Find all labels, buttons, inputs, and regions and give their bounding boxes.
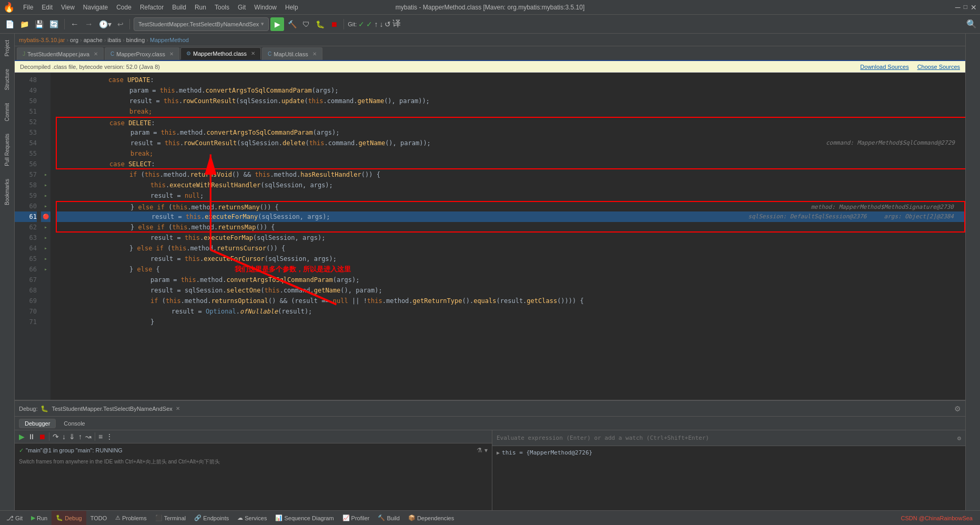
menu-run[interactable]: Run <box>190 3 210 12</box>
eval-input[interactable] <box>497 435 955 441</box>
breadcrumb-jar[interactable]: mybatis-3.5.10.jar <box>19 37 65 43</box>
breadcrumb-class[interactable]: MapperMethod <box>150 37 189 43</box>
run-config-selector[interactable]: TestStudentMapper.TestSelectByNameAndSex… <box>134 17 269 31</box>
menu-code[interactable]: Code <box>112 3 136 12</box>
tab-testmapper[interactable]: J TestStudentMapper.java ✕ <box>17 47 104 60</box>
sidebar-item-pull-requests[interactable]: Pull Requests <box>2 127 12 173</box>
menu-git[interactable]: Git <box>234 3 250 12</box>
code-line-62: } else if (this.method.returnsMap()) { <box>56 222 965 233</box>
status-terminal[interactable]: ⬛ Terminal <box>151 511 190 526</box>
filter-icon[interactable]: ⚗ <box>477 447 482 454</box>
maximize-btn[interactable]: □ <box>964 3 967 12</box>
menu-file[interactable]: File <box>19 3 37 12</box>
tab-mapperproxy-close[interactable]: ✕ <box>169 51 174 57</box>
step-over-btn[interactable]: ↷ <box>53 432 59 441</box>
vars-btn[interactable]: ⋮ <box>106 432 113 441</box>
status-sequence-diagram[interactable]: 📊 Sequence Diagram <box>271 511 338 526</box>
watch-item-this[interactable]: ▶ this = {MapperMethod@2726} <box>497 448 961 457</box>
run-btn[interactable]: ▶ <box>270 17 284 31</box>
git-rollback-btn[interactable]: ↺ <box>385 20 391 28</box>
tab-testmapper-close[interactable]: ✕ <box>94 51 98 57</box>
breadcrumb-ibatis[interactable]: ibatis <box>107 37 121 43</box>
menu-tools[interactable]: Tools <box>210 3 234 12</box>
debug-session-close[interactable]: ✕ <box>176 406 180 411</box>
status-services[interactable]: ☁ Services <box>233 511 271 526</box>
debug-session-label: Debug: <box>19 406 37 412</box>
git-check-btn[interactable]: ✓ <box>358 20 365 28</box>
debug-run-btn[interactable]: 🐛 <box>314 19 327 29</box>
debug-tab-debugger[interactable]: Debugger <box>19 419 56 428</box>
tab-mappermethod-label: MapperMethod.class <box>193 51 247 57</box>
tab-mappermethod-close[interactable]: ✕ <box>251 51 255 56</box>
status-endpoints[interactable]: 🔗 Endpoints <box>190 511 233 526</box>
status-todo[interactable]: TODO <box>86 511 112 526</box>
status-build[interactable]: 🔨 Build <box>373 511 403 526</box>
debug-tabs: Debugger Console <box>15 417 965 430</box>
breadcrumb-binding[interactable]: binding <box>126 37 145 43</box>
git-push-btn[interactable]: ↑ <box>374 20 378 28</box>
undo-btn[interactable]: ↩ <box>115 19 126 29</box>
menu-view[interactable]: View <box>57 3 79 12</box>
dropdown-icon: ▾ <box>261 21 264 27</box>
save-btn[interactable]: 💾 <box>33 19 46 29</box>
open-btn[interactable]: 📁 <box>18 19 31 29</box>
search-everywhere-btn[interactable]: 🔍 <box>966 19 977 29</box>
debug-settings-btn[interactable]: ⚙ <box>954 405 961 413</box>
sidebar-item-project[interactable]: Project <box>2 34 12 63</box>
status-git-label: Git <box>15 515 23 521</box>
git-update-btn[interactable]: ↓ <box>379 20 383 28</box>
menu-navigate[interactable]: Navigate <box>79 3 112 12</box>
download-sources-btn[interactable]: Download Sources <box>860 64 908 70</box>
frames-btn[interactable]: ≡ <box>98 432 103 441</box>
recent-files-btn[interactable]: 🕐▾ <box>97 19 114 29</box>
sidebar-item-bookmarks[interactable]: Bookmarks <box>2 173 12 211</box>
menu-refactor[interactable]: Refactor <box>136 3 168 12</box>
git-translate-btn[interactable]: 译 <box>392 18 401 29</box>
status-debug-item[interactable]: 🐛 Debug <box>52 511 86 526</box>
sidebar-item-commit[interactable]: Commit <box>2 97 12 127</box>
toolbar: 📄 📁 💾 🔄 ← → 🕐▾ ↩ TestStudentMapper.TestS… <box>0 15 980 34</box>
choose-sources-btn[interactable]: Choose Sources <box>917 64 960 70</box>
force-step-into-btn[interactable]: ⇓ <box>69 432 75 441</box>
filter-dropdown[interactable]: ▾ <box>484 447 488 454</box>
stop-btn[interactable]: ⏹ <box>328 19 340 29</box>
menu-help[interactable]: Help <box>281 3 302 12</box>
tab-mappermethod[interactable]: ⚙ MapperMethod.class ✕ <box>180 47 261 60</box>
tab-mapperproxy[interactable]: C MapperProxy.class ✕ <box>105 47 179 60</box>
back-btn[interactable]: ← <box>68 18 81 30</box>
build-btn[interactable]: 🔨 <box>286 19 299 29</box>
step-into-btn[interactable]: ↓ <box>62 432 66 441</box>
status-build-label: Build <box>387 515 399 521</box>
status-run[interactable]: ▶ Run <box>27 511 52 526</box>
new-file-btn[interactable]: 📄 <box>3 19 16 29</box>
forward-btn[interactable]: → <box>83 18 95 30</box>
run-to-cursor-btn[interactable]: ↝ <box>85 432 92 441</box>
tab-maputil-close[interactable]: ✕ <box>312 51 317 57</box>
status-problems[interactable]: ⚠ Problems <box>111 511 150 526</box>
menu-build[interactable]: Build <box>168 3 190 12</box>
status-profiler[interactable]: 📈 Profiler <box>338 511 374 526</box>
sidebar-item-structure[interactable]: Structure <box>2 63 12 97</box>
build-icon: 🔨 <box>378 514 385 521</box>
minimize-btn[interactable]: ─ <box>955 3 961 12</box>
resume-btn[interactable]: ▶ <box>19 432 25 441</box>
breadcrumb-apache[interactable]: apache <box>84 37 103 43</box>
coverage-btn[interactable]: 🛡 <box>300 19 312 29</box>
menu-edit[interactable]: Edit <box>37 3 57 12</box>
stop-debug-btn[interactable]: ⏹ <box>38 432 46 441</box>
debug-left-panel: ▶ ⏸ ⏹ ↷ ↓ ⇓ ↑ ↝ ≡ ⋮ <box>15 430 492 510</box>
status-dependencies[interactable]: 📦 Dependencies <box>404 511 458 526</box>
close-btn[interactable]: ✕ <box>971 3 977 12</box>
git-check2-btn[interactable]: ✓ <box>366 20 372 28</box>
debug-tab-console[interactable]: Console <box>58 419 90 428</box>
sync-btn[interactable]: 🔄 <box>47 19 60 29</box>
code-lines: case UPDATE: param = this.method.convert… <box>50 73 965 400</box>
status-todo-label: TODO <box>90 515 107 521</box>
status-git[interactable]: ⎇ Git <box>2 511 27 526</box>
menu-window[interactable]: Window <box>250 3 281 12</box>
pause-btn[interactable]: ⏸ <box>28 432 35 441</box>
step-out-btn[interactable]: ↑ <box>78 432 82 441</box>
eval-settings-btn[interactable]: ⚙ <box>957 435 961 442</box>
breadcrumb-org[interactable]: org <box>70 37 78 43</box>
tab-maputil[interactable]: C MapUtil.class ✕ <box>262 47 322 60</box>
